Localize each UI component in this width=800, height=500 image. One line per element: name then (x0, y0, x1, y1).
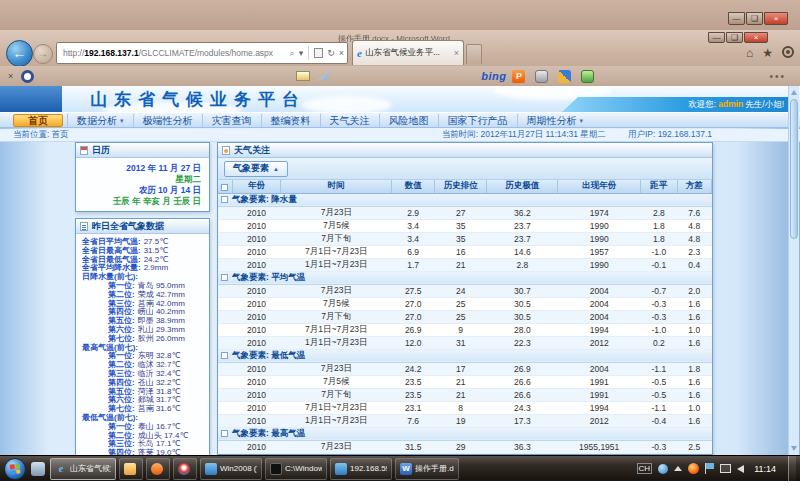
nav-item-3[interactable]: 灾害查询 (202, 114, 261, 127)
row-select-cell (218, 245, 232, 258)
action-center-flag-icon[interactable] (705, 463, 714, 474)
address-bar[interactable]: http://192.168.137.1/GLCCLIMATE/modules/… (56, 42, 348, 64)
rank-label: 第三位: (108, 299, 135, 308)
nav-item-0[interactable]: 首页 (13, 114, 63, 127)
group-header-row[interactable]: 气象要素: 最高气温 (218, 427, 712, 440)
taskbar-button-label: C:\Windows\s... (285, 464, 322, 473)
close-icon[interactable]: × (764, 12, 788, 25)
maximize-icon[interactable]: ❏ (746, 12, 763, 25)
taskbar-button-folder[interactable] (119, 458, 143, 480)
table-cell: 21 (434, 388, 487, 401)
taskbar-clock[interactable]: 11:14 (754, 464, 776, 474)
checkbox[interactable] (221, 430, 228, 437)
table-cell: 2010 (232, 362, 281, 375)
rank-label: 第五位: (108, 387, 135, 396)
plugin-camera-icon[interactable] (535, 70, 548, 83)
tray-app-icon[interactable] (658, 464, 668, 474)
table-cell: 7月1日~7月23日 (281, 245, 392, 258)
back-button[interactable]: ← (6, 40, 33, 67)
table-cell: 26.9 (487, 362, 558, 375)
close-icon[interactable]: × (744, 32, 768, 43)
language-indicator[interactable]: CH (637, 463, 653, 474)
checkbox[interactable] (221, 196, 228, 203)
stop-icon[interactable]: × (339, 48, 344, 58)
plugin-paw-icon[interactable] (558, 70, 571, 83)
scroll-up-icon[interactable] (791, 90, 797, 95)
window-controls: — ❏ × (707, 32, 768, 43)
maximize-icon[interactable]: ❏ (726, 32, 743, 43)
group-header-row[interactable]: 气象要素: 最低气温 (218, 349, 712, 362)
start-button[interactable] (4, 458, 26, 480)
nav-item-2[interactable]: 极端性分析 (133, 114, 202, 127)
breadcrumb-bar: 当前位置: 首页 当前时间: 2012年11月27日 11:14:31 星期二 … (0, 129, 800, 142)
favorites-star-icon[interactable]: ★ (762, 46, 773, 60)
minimize-icon[interactable]: — (728, 12, 745, 25)
nav-item-label: 极端性分析 (143, 114, 193, 127)
forward-button[interactable]: → (33, 44, 53, 64)
weather-watch-title: 天气关注 (234, 144, 270, 157)
forward-arrow-icon: → (38, 48, 48, 59)
tray-expand-icon[interactable] (674, 466, 682, 471)
taskbar-button-rdp[interactable]: 192.168.59.99... (330, 458, 392, 480)
checkbox[interactable] (221, 352, 228, 359)
taskbar-button-ie[interactable]: e山东省气候业... (50, 458, 116, 480)
toolbar-more-icon[interactable]: ••• (769, 71, 786, 82)
row-select-cell (218, 323, 232, 336)
send-icon[interactable] (316, 71, 331, 82)
search-icon[interactable]: ⌕ (290, 48, 295, 59)
refresh-icon[interactable]: ↻ (327, 48, 335, 58)
nav-item-6[interactable]: 风险地图 (379, 114, 438, 127)
compatibility-view-icon[interactable] (314, 48, 323, 58)
group-header-row[interactable]: 气象要素: 降水量 (218, 193, 712, 206)
rank-label: 第一位: (108, 351, 135, 360)
taskbar-button-browser[interactable] (173, 458, 197, 480)
taskbar-button-rdp[interactable]: Win2008 (VS2... (200, 458, 262, 480)
page-scrollbar[interactable] (788, 86, 799, 455)
blocker-icon[interactable] (21, 70, 34, 83)
bing-logo[interactable]: bing (481, 70, 506, 82)
taskbar-button-word[interactable]: W操作手册.docx -... (395, 458, 459, 480)
minimize-icon[interactable]: — (708, 32, 725, 43)
nav-item-7[interactable]: 国家下行产品 (438, 114, 517, 127)
plugin-group-icon[interactable] (581, 70, 594, 83)
p-badge-icon[interactable]: P (512, 70, 525, 83)
taskbar-button-media[interactable] (146, 458, 170, 480)
chevron-down-icon[interactable]: ▾ (299, 48, 304, 58)
row-select-cell (218, 336, 232, 349)
column-header: 时间 (281, 180, 392, 193)
nav-item-5[interactable]: 天气关注 (320, 114, 379, 127)
checkbox[interactable] (221, 274, 228, 281)
rank-label: 第四位: (108, 448, 135, 455)
yesterday-title: 昨日全省气象数据 (92, 220, 164, 233)
element-selector-button[interactable]: 气象要素 ▲ (224, 161, 288, 177)
scrollbar-thumb[interactable] (790, 99, 798, 239)
new-tab-button[interactable] (466, 44, 482, 64)
show-desktop-button[interactable] (788, 456, 796, 482)
mail-icon[interactable] (296, 71, 310, 81)
table-cell: 6.9 (392, 245, 434, 258)
tab-close-icon[interactable]: × (454, 48, 459, 58)
elements-toolbar: 气象要素 ▲ (218, 158, 712, 180)
taskbar-button-console[interactable]: C:\Windows\s... (265, 458, 327, 480)
firefox-tray-icon[interactable] (688, 463, 699, 474)
table-cell: 8 (434, 401, 487, 414)
nav-item-8[interactable]: 周期性分析▾ (517, 114, 593, 127)
table-cell: -0.5 (641, 375, 677, 388)
pinned-app-icon[interactable] (31, 462, 45, 476)
elements-table: 年份 时间 数值 历史排位 历史极值 出现年份 距平 方差 气象要素: 降水量2… (218, 180, 712, 455)
group-header-row[interactable]: 气象要素: 平均气温 (218, 271, 712, 284)
gear-icon[interactable] (782, 46, 794, 58)
checkbox[interactable] (221, 184, 228, 191)
nav-item-1[interactable]: 数据分析▾ (67, 114, 133, 127)
table-cell: -0.3 (641, 297, 677, 310)
nav-item-4[interactable]: 整编资料 (261, 114, 320, 127)
volume-icon[interactable] (737, 465, 744, 473)
header-checkbox-cell (218, 180, 232, 193)
toolbar-close-icon[interactable]: × (8, 71, 13, 81)
browser-tab[interactable]: e 山东省气候业务平... × (352, 40, 464, 65)
calendar-line: 星期二 (76, 174, 201, 185)
scroll-down-icon[interactable] (791, 446, 797, 451)
home-icon[interactable]: ⌂ (746, 46, 753, 60)
network-icon[interactable] (720, 464, 731, 473)
table-cell: 12.0 (392, 336, 434, 349)
